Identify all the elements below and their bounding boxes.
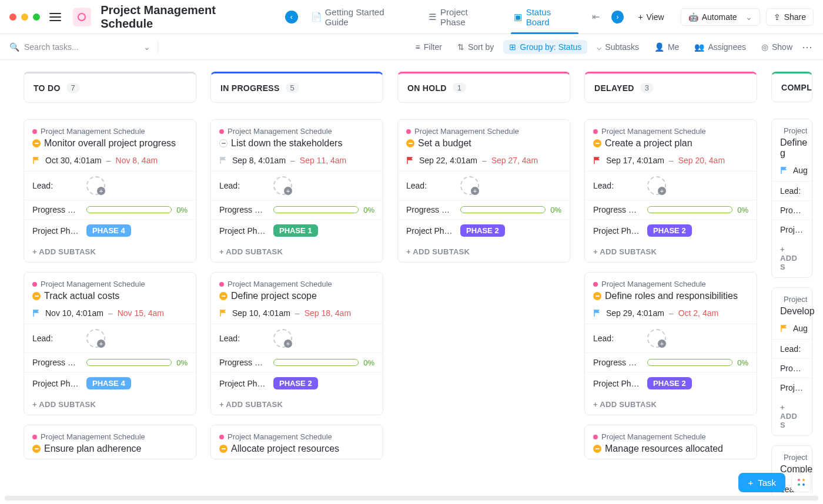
add-view-button[interactable]: + View — [631, 9, 671, 25]
progress-bar[interactable] — [647, 359, 732, 366]
task-title: Track actual costs — [24, 291, 196, 306]
add-subtask-button[interactable]: + ADD S — [772, 239, 812, 277]
progress-field: Progress — [772, 200, 812, 220]
task-card[interactable]: Project Management ScheduleEnsure plan a… — [24, 425, 196, 459]
tab-getting-started[interactable]: 📄 Getting Started Guide — [305, 0, 416, 34]
phase-badge[interactable]: PHASE 2 — [273, 377, 318, 389]
flag-icon[interactable] — [406, 156, 414, 164]
minimize-window[interactable] — [21, 14, 28, 21]
phase-field: Project Pha…PHASE 2 — [585, 219, 757, 241]
nav-back-icon[interactable]: ‹ — [285, 11, 298, 23]
menu-icon[interactable] — [49, 13, 61, 21]
phase-label: Project Pha… — [219, 379, 269, 388]
flag-icon[interactable] — [32, 156, 41, 164]
flag-icon[interactable] — [219, 309, 228, 317]
breadcrumb-label: Project Management Schedule — [601, 280, 706, 288]
task-card[interactable]: Project Management ScheduleAllocate proj… — [210, 425, 383, 459]
column-in-progress: IN PROGRESS5Project Management ScheduleL… — [210, 72, 383, 483]
task-card[interactable]: Project Management ScheduleDefine projec… — [210, 272, 383, 415]
column-header[interactable]: TO DO7 — [24, 72, 196, 103]
subtasks-button[interactable]: ⌵Subtasks — [591, 40, 645, 54]
progress-bar[interactable] — [86, 206, 172, 213]
share-button[interactable]: ⇪ Share — [766, 8, 814, 26]
flag-icon[interactable] — [32, 309, 41, 317]
add-subtask-button[interactable]: + ADD S — [772, 397, 812, 435]
phase-badge[interactable]: PHASE 2 — [647, 224, 692, 237]
status-icon — [406, 139, 414, 147]
apps-button[interactable] — [791, 472, 811, 492]
add-subtask-button[interactable]: + ADD SUBTASK — [585, 241, 757, 262]
assign-lead-icon[interactable] — [647, 329, 666, 348]
phase-badge[interactable]: PHASE 2 — [647, 377, 692, 389]
add-subtask-button[interactable]: + ADD SUBTASK — [24, 394, 196, 415]
assignees-button[interactable]: 👥Assignees — [688, 40, 752, 54]
column-header[interactable]: ON HOLD1 — [397, 72, 570, 103]
show-button[interactable]: ◎Show — [755, 40, 798, 54]
breadcrumb-label: Project Management Schedule — [228, 280, 332, 288]
flag-icon[interactable] — [219, 156, 228, 164]
me-button[interactable]: 👤Me — [648, 40, 685, 54]
progress-bar[interactable] — [647, 206, 732, 213]
assign-lead-icon[interactable] — [273, 329, 292, 348]
flag-icon[interactable] — [780, 324, 788, 332]
add-subtask-button[interactable]: + ADD SUBTASK — [585, 394, 757, 415]
column-header[interactable]: COMPL — [771, 72, 812, 102]
phase-badge[interactable]: PHASE 2 — [460, 224, 505, 237]
progress-bar[interactable] — [273, 359, 359, 366]
task-card[interactable]: ProjectDevelopAugLead:ProgressProject P+… — [771, 287, 812, 436]
progress-bar[interactable] — [86, 359, 172, 366]
groupby-button[interactable]: ⊞Group by: Status — [503, 40, 587, 54]
column-header[interactable]: IN PROGRESS5 — [210, 72, 383, 103]
assign-lead-icon[interactable] — [273, 176, 292, 195]
progress-bar[interactable] — [460, 206, 546, 213]
tab-status-board[interactable]: ▣ Status Board — [506, 0, 583, 34]
svg-point-0 — [798, 479, 800, 481]
new-task-button[interactable]: + Task — [738, 473, 785, 492]
share-label: Share — [784, 12, 806, 22]
assign-lead-icon[interactable] — [86, 329, 105, 348]
phase-badge[interactable]: PHASE 4 — [86, 377, 131, 389]
task-card[interactable]: ProjectDefine gAugLead:ProgressProject P… — [771, 119, 812, 278]
assign-lead-icon[interactable] — [647, 176, 666, 195]
flag-icon[interactable] — [593, 309, 601, 317]
phase-badge[interactable]: PHASE 1 — [273, 224, 318, 237]
close-window[interactable] — [9, 14, 16, 21]
phase-badge[interactable]: PHASE 4 — [86, 224, 131, 237]
tab-project-phase[interactable]: ☰ Project Phase — [420, 0, 501, 34]
collapse-icon[interactable]: ⇤ — [591, 12, 601, 22]
more-icon[interactable]: ⋯ — [802, 41, 814, 53]
date-row: Sep 17, 4:01am–Sep 20, 4am — [585, 153, 757, 171]
task-card[interactable]: Project Management ScheduleTrack actual … — [24, 272, 196, 415]
add-subtask-button[interactable]: + ADD SUBTASK — [211, 394, 383, 415]
task-card[interactable]: Project Management ScheduleList down the… — [210, 119, 383, 263]
add-subtask-button[interactable]: + ADD SUBTASK — [398, 241, 570, 262]
automate-label: Automate — [702, 12, 737, 22]
task-card[interactable]: Project Management ScheduleCreate a proj… — [584, 119, 757, 263]
task-card[interactable]: Project Management ScheduleDefine roles … — [584, 272, 757, 415]
assignees-label: Assignees — [708, 42, 746, 52]
topbar: Project Management Schedule ‹ 📄 Getting … — [0, 0, 823, 34]
filter-button[interactable]: ≡Filter — [410, 40, 448, 54]
horizontal-scrollbar[interactable] — [5, 496, 818, 500]
task-title: Manage resources allocated — [585, 443, 757, 459]
status-icon — [593, 139, 601, 147]
automate-button[interactable]: 🤖 Automate ⌄ — [681, 8, 760, 26]
space-icon[interactable] — [73, 8, 92, 26]
flag-icon[interactable] — [593, 156, 601, 164]
phase-label: Project Pha… — [406, 226, 456, 236]
column-header[interactable]: DELAYED3 — [584, 72, 757, 103]
nav-forward-icon[interactable]: › — [611, 11, 624, 23]
task-card[interactable]: Project Management ScheduleMonitor overa… — [24, 119, 196, 263]
breadcrumb-label: Project Management Schedule — [41, 432, 145, 441]
sort-button[interactable]: ⇅Sort by — [451, 40, 500, 54]
flag-icon[interactable] — [780, 166, 788, 174]
task-card[interactable]: Project Management ScheduleManage resour… — [584, 425, 757, 459]
maximize-window[interactable] — [33, 14, 40, 21]
add-subtask-button[interactable]: + ADD SUBTASK — [24, 241, 196, 262]
add-subtask-button[interactable]: + ADD SUBTASK — [211, 241, 383, 262]
assign-lead-icon[interactable] — [86, 176, 105, 195]
search-input[interactable]: 🔍 Search tasks... ⌄ — [9, 42, 150, 52]
task-card[interactable]: Project Management ScheduleSet a budgetS… — [397, 119, 570, 263]
progress-bar[interactable] — [273, 206, 359, 213]
assign-lead-icon[interactable] — [460, 176, 479, 195]
